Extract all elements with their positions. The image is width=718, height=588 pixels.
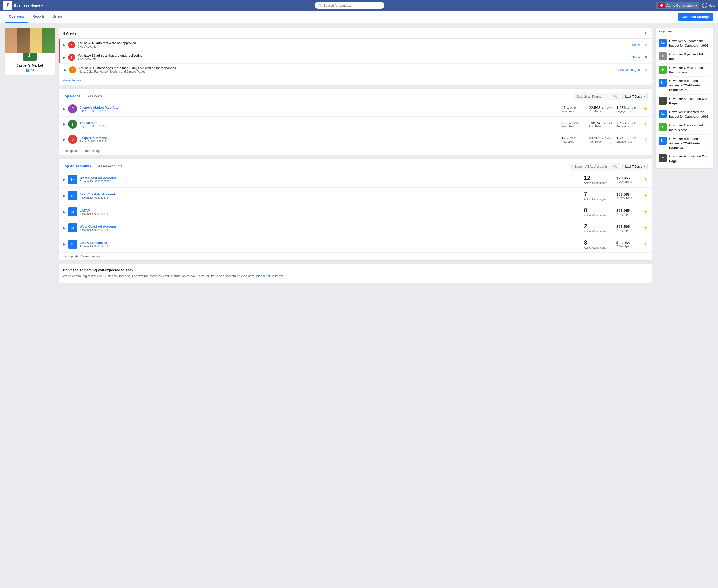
pages-search-icon: 🔍 bbox=[613, 95, 617, 99]
help-button[interactable]: Help bbox=[702, 3, 715, 8]
activity-item-3: + Coworker C was added to the business. bbox=[659, 64, 710, 77]
activity-2-icon: ⏸ bbox=[659, 52, 666, 60]
page-row-1: ▶ J Jasper's Market Palo Alto Page ID: 9… bbox=[59, 101, 652, 117]
page-3-id: Page ID: 9081828717 bbox=[80, 140, 559, 143]
activity-4-text: Coworker B created the audience "Califor… bbox=[669, 79, 710, 92]
search-input[interactable] bbox=[323, 4, 382, 7]
page-1-expand[interactable]: ▶ bbox=[63, 107, 66, 111]
business-home-button[interactable]: Business Home ▾ bbox=[14, 3, 43, 7]
alert-1-expand[interactable]: ▶ bbox=[63, 43, 66, 47]
tab-reports[interactable]: Reports bbox=[28, 11, 48, 23]
ad-4-name[interactable]: West Coast Ad Account bbox=[80, 225, 581, 229]
ad-2-star[interactable]: ★ bbox=[644, 193, 648, 198]
alert-row-2: ▶ ! You have 19 ad sets that are underde… bbox=[59, 51, 652, 64]
ad-4-expand[interactable]: ▶ bbox=[63, 226, 66, 230]
ad-3-name[interactable]: LATAM bbox=[80, 209, 581, 212]
pages-search[interactable]: 🔍 bbox=[574, 93, 620, 100]
acme-name: Acme Corporation bbox=[666, 4, 695, 7]
activity-title: ACTIVITY bbox=[659, 31, 710, 34]
ad-2-name[interactable]: East Coast Ad Account bbox=[80, 192, 581, 196]
tab-overview[interactable]: Overview bbox=[5, 11, 28, 23]
view-history-link[interactable]: View History bbox=[59, 76, 652, 85]
ad-4-campaigns: 2 Active Campaigns bbox=[584, 223, 614, 233]
ad-2-id: Account ID: 9081828717 bbox=[80, 196, 581, 199]
ad-accounts-date-filter[interactable]: Last 7 Days ▾ bbox=[622, 163, 648, 170]
alerts-collapse-button[interactable]: ▲ bbox=[644, 31, 648, 35]
page-2-expand[interactable]: ▶ bbox=[63, 122, 66, 126]
activity-6-icon: $≡ bbox=[659, 110, 666, 118]
nav-right: Acme Corporation ▾ Help bbox=[656, 2, 715, 9]
alert-1-show-button[interactable]: Show bbox=[632, 43, 640, 47]
activity-6-text: Coworker B updated the budget for Campai… bbox=[669, 110, 710, 119]
ad-5-id: Account ID: 9081828717 bbox=[80, 245, 581, 248]
business-home-dropdown-arrow: ▾ bbox=[41, 3, 43, 7]
left-panel: j Jasper's Market 👥 44 bbox=[5, 28, 55, 583]
business-settings-button[interactable]: Business Settings bbox=[678, 13, 713, 21]
pages-search-input[interactable] bbox=[577, 95, 612, 99]
activity-item-5: ≡ Coworker A posted on Our Page. bbox=[659, 95, 710, 108]
alert-2-sub: 4 Ad Accounts bbox=[78, 57, 629, 61]
ad-1-star[interactable]: ★ bbox=[644, 177, 648, 182]
activity-4-icon: $≡ bbox=[659, 79, 666, 87]
page-3-name[interactable]: JasperOnDemand bbox=[80, 136, 559, 140]
pages-date-filter[interactable]: Last 7 Days ▾ bbox=[622, 93, 648, 100]
ad-3-expand[interactable]: ▶ bbox=[63, 210, 66, 214]
ad-2-expand[interactable]: ▶ bbox=[63, 194, 66, 197]
page-2-likes: 832 ▲ 22% New Likes bbox=[561, 121, 587, 128]
ad-accounts-search[interactable]: 🔍 bbox=[571, 163, 620, 170]
alert-3-expand[interactable]: ▶ bbox=[64, 68, 66, 72]
ad-5-name[interactable]: EMEA Specialized bbox=[80, 241, 581, 245]
activity-1-text: Coworker A updated the budget for Campai… bbox=[669, 39, 710, 48]
page-3-star[interactable]: ★ bbox=[644, 136, 648, 142]
ad-3-star[interactable]: ★ bbox=[644, 209, 648, 214]
ad-5-expand[interactable]: ▶ bbox=[63, 242, 66, 246]
ad-2-icon: $≡ bbox=[68, 191, 77, 200]
alert-2-expand[interactable]: ▶ bbox=[63, 55, 66, 59]
alert-2-icon: ! bbox=[68, 54, 75, 61]
pages-last-updated: Last updated 12 minutes ago bbox=[59, 147, 652, 155]
tab-billing[interactable]: Billing bbox=[48, 11, 66, 23]
ad-3-id: Account ID: 9081828717 bbox=[80, 212, 581, 215]
tab-all-ad-accounts[interactable]: All Ad Accounts bbox=[98, 162, 126, 171]
page-1-name[interactable]: Jasper's Market Palo Alto bbox=[80, 106, 559, 109]
acme-account-selector[interactable]: Acme Corporation ▾ bbox=[656, 2, 699, 9]
tab-all-pages[interactable]: All Pages bbox=[87, 92, 106, 101]
alert-row-3: ▶ ⚠ You have 12 messages more than 3 day… bbox=[59, 64, 652, 76]
page-3-reach: 63,362 ▲ 17% Post Reach bbox=[589, 136, 614, 143]
ad-accounts-section-header: Top Ad Accounts All Ad Accounts 🔍 Last 7… bbox=[59, 159, 652, 171]
page-3-expand[interactable]: ▶ bbox=[63, 137, 66, 141]
ad-account-row-4: ▶ $≡ West Coast Ad Account Account ID: 9… bbox=[59, 220, 652, 236]
activity-item-9: ≡ Coworker A posted on Our Page. bbox=[659, 152, 710, 165]
feedback-link[interactable]: please let us know bbox=[256, 274, 283, 278]
activity-item-1: $≡ Coworker A updated the budget for Cam… bbox=[659, 37, 710, 50]
ad-1-id: Account ID: 9081828717 bbox=[80, 180, 581, 183]
page-name: Jasper's Market bbox=[5, 63, 55, 68]
ad-accounts-search-input[interactable] bbox=[574, 165, 612, 168]
tab-top-pages[interactable]: Top Pages bbox=[63, 92, 84, 101]
nav-center: 🔍 bbox=[45, 2, 654, 9]
ad-5-star[interactable]: ★ bbox=[644, 241, 648, 247]
ad-4-star[interactable]: ★ bbox=[644, 225, 648, 231]
alert-1-close-button[interactable]: ✕ bbox=[644, 42, 648, 47]
alert-2-close-button[interactable]: ✕ bbox=[644, 55, 648, 60]
page-1-star[interactable]: ★ bbox=[644, 106, 648, 112]
alerts-header: 4 Alerts ▲ bbox=[59, 28, 652, 39]
ad-5-icon: $≡ bbox=[68, 240, 77, 249]
ad-1-expand[interactable]: ▶ bbox=[63, 177, 66, 182]
activity-item-4: $≡ Coworker B created the audience "Cali… bbox=[659, 77, 710, 95]
search-bar[interactable]: 🔍 bbox=[315, 2, 385, 9]
ad-4-spend: $23,595 7 Day Spend bbox=[616, 225, 641, 232]
tab-top-ad-accounts[interactable]: Top Ad Accounts bbox=[63, 162, 95, 171]
page-1-likes: 47 ▲ 22% New Likes bbox=[561, 105, 587, 112]
alert-3-close-button[interactable]: ✕ bbox=[644, 67, 648, 72]
alert-2-show-button[interactable]: Show bbox=[632, 55, 640, 59]
ad-5-spend: $23,955 7 Day Spend bbox=[616, 241, 641, 248]
page-2-name[interactable]: The Market bbox=[80, 121, 559, 125]
footer-note: Don't see something you expected to see?… bbox=[59, 264, 652, 282]
alert-3-icon: ⚠ bbox=[69, 66, 76, 73]
alert-3-view-button[interactable]: View Messages bbox=[617, 68, 640, 71]
facebook-logo: f bbox=[3, 1, 12, 10]
page-2-id: Page ID: 9081828717 bbox=[80, 125, 559, 128]
page-2-star[interactable]: ★ bbox=[644, 121, 648, 127]
ad-1-name[interactable]: West Coast Ad Account bbox=[80, 176, 581, 180]
